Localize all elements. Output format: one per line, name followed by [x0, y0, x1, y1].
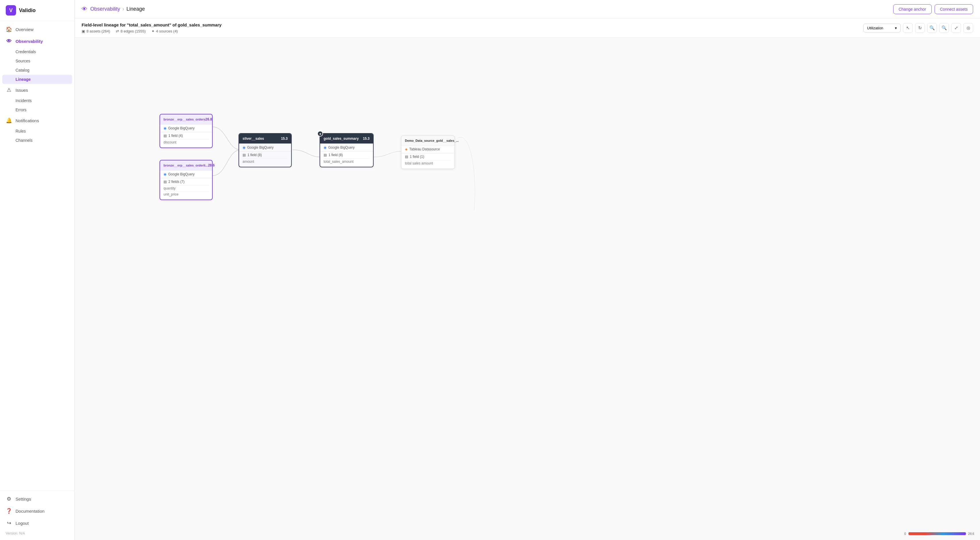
sidebar-item-rules[interactable]: Rules	[0, 126, 75, 136]
app-name: Validio	[19, 8, 36, 14]
node2-source: ◉ Google BigQuery	[160, 170, 212, 178]
node1-fields-count: 1 field (4)	[169, 134, 183, 138]
breadcrumb: Observability › Lineage	[90, 6, 145, 12]
app-logo[interactable]: V Validio	[0, 0, 75, 21]
lineage-controls: Utilization ▾ ↖ ↻ 🔍 🔍 ⤢ ◎	[863, 23, 973, 33]
lineage-canvas[interactable]: bronze__erp__sales_orders 26.8 ◉ Google …	[75, 38, 980, 540]
zoom-in-button[interactable]: 🔍	[927, 23, 937, 33]
sidebar-item-observability[interactable]: 👁 Observability	[0, 35, 75, 47]
edges-count: 8 edges (1555)	[121, 29, 145, 33]
field-quantity: quantity	[164, 185, 208, 191]
node-gold-sales-summary[interactable]: ◉ gold_sales_summary 15.3 ◉ Google BigQu…	[320, 133, 374, 167]
sidebar-item-logout[interactable]: ↪ Logout	[0, 517, 75, 529]
lineage-info: Field-level lineage for "total_sales_amo…	[82, 22, 221, 33]
color-bar: 0 28.6	[904, 532, 974, 535]
help-icon: ❓	[6, 508, 12, 514]
sidebar-label-overview: Overview	[16, 27, 33, 32]
breadcrumb-separator: ›	[123, 6, 124, 12]
assets-count: 8 assets (264)	[86, 29, 110, 33]
bell-icon: 🔔	[6, 117, 12, 124]
settings-label: Settings	[16, 497, 31, 502]
sidebar-item-channels[interactable]: Channels	[0, 136, 75, 145]
edges-meta: ⇄ 8 edges (1555)	[116, 29, 145, 33]
logout-label: Logout	[16, 521, 29, 526]
sidebar-item-documentation[interactable]: ❓ Documentation	[0, 505, 75, 517]
node1-field-list: discount	[160, 139, 212, 148]
bigquery-icon-2: ◉	[164, 172, 166, 176]
sidebar-item-issues[interactable]: ⚠ Issues	[0, 84, 75, 96]
sidebar-item-settings[interactable]: ⚙ Settings	[0, 493, 75, 505]
fields-icon-2: ▤	[164, 180, 167, 184]
home-icon: 🏠	[6, 26, 12, 32]
sources-meta: ✦ 4 sources (4)	[151, 29, 178, 33]
node2-source-label: Google BigQuery	[168, 172, 194, 176]
sidebar-item-overview[interactable]: 🏠 Overview	[0, 23, 75, 35]
node-bronze-sales-orders[interactable]: bronze__erp__sales_orders 26.8 ◉ Google …	[159, 114, 213, 148]
bigquery-icon-1: ◉	[164, 126, 166, 130]
errors-label: Errors	[16, 108, 26, 112]
node3-field-list: amount	[239, 158, 291, 167]
field-unit-price: unit_price	[164, 191, 208, 197]
field-total-sales-amount-tableau: total sales amount	[405, 160, 451, 166]
fields-icon-5: ▤	[405, 155, 408, 159]
rules-label: Rules	[16, 129, 26, 134]
canvas-inner: bronze__erp__sales_orders 26.8 ◉ Google …	[75, 38, 980, 540]
node5-source-label: Tableau Datasource	[409, 147, 440, 151]
center-button[interactable]: ◎	[963, 23, 973, 33]
node3-title: silver__sales	[243, 137, 264, 140]
refresh-button[interactable]: ↻	[915, 23, 925, 33]
node3-source-label: Google BigQuery	[247, 145, 274, 150]
sidebar-item-catalog[interactable]: Catalog	[0, 65, 75, 75]
sidebar-item-lineage[interactable]: Lineage	[2, 75, 72, 84]
sidebar-item-errors[interactable]: Errors	[0, 105, 75, 115]
node-demo-datasource[interactable]: Demo_Data_source_gold__sales_... ◈ Table…	[401, 135, 455, 169]
utilization-dropdown[interactable]: Utilization ▾	[863, 24, 901, 32]
node-silver-sales[interactable]: silver__sales 15.3 ◉ Google BigQuery ▤ 1…	[239, 133, 292, 167]
breadcrumb-lineage: Lineage	[126, 6, 145, 12]
refresh-icon: ↻	[918, 25, 922, 30]
topbar: 👁 Observability › Lineage Change anchor …	[75, 0, 980, 18]
node4-title: gold_sales_summary	[324, 137, 359, 140]
node3-source: ◉ Google BigQuery	[239, 144, 291, 151]
node2-field-list: quantity unit_price	[160, 185, 212, 199]
node2-score: 28.6	[208, 163, 215, 167]
node1-fields: ▤ 1 field (4)	[160, 132, 212, 139]
topbar-right: Change anchor Connect assets	[893, 4, 973, 14]
breadcrumb-observability[interactable]: Observability	[90, 6, 120, 12]
bigquery-icon-3: ◉	[243, 145, 245, 150]
node4-source-label: Google BigQuery	[328, 145, 355, 150]
credentials-label: Credentials	[16, 49, 36, 54]
sidebar-label-notifications: Notifications	[16, 118, 39, 123]
fields-icon-3: ▤	[243, 153, 246, 157]
node5-fields: ▤ 1 field (1)	[401, 153, 454, 160]
sidebar-label-issues: Issues	[16, 88, 28, 92]
chevron-down-icon: ▾	[895, 26, 897, 30]
sidebar-item-incidents[interactable]: Incidents	[0, 96, 75, 105]
main-content: 👁 Observability › Lineage Change anchor …	[75, 0, 980, 540]
node-bronze-sales-orderli[interactable]: bronze__erp__sales_orderli... 28.6 ◉ Goo…	[159, 160, 213, 200]
tableau-icon: ◈	[405, 147, 407, 151]
node3-fields: ▤ 1 field (8)	[239, 151, 291, 158]
sidebar-bottom: ⚙ Settings ❓ Documentation ↪ Logout Vers…	[0, 490, 75, 540]
lineage-meta: ▣ 8 assets (264) ⇄ 8 edges (1555) ✦ 4 so…	[82, 29, 221, 33]
change-anchor-button[interactable]: Change anchor	[893, 4, 932, 14]
sources-count: 4 sources (4)	[156, 29, 178, 33]
fit-view-button[interactable]: ⤢	[951, 23, 961, 33]
cursor-tool-button[interactable]: ↖	[903, 23, 913, 33]
edges-icon: ⇄	[116, 29, 119, 33]
zoom-in-icon: 🔍	[929, 25, 935, 30]
connect-assets-button[interactable]: Connect assets	[935, 4, 974, 14]
zoom-out-button[interactable]: 🔍	[939, 23, 949, 33]
sidebar-item-notifications[interactable]: 🔔 Notifications	[0, 115, 75, 126]
center-icon: ◎	[966, 25, 970, 30]
node1-source-label: Google BigQuery	[168, 126, 194, 130]
anchor-dot: ◉	[317, 131, 323, 137]
sidebar-item-credentials[interactable]: Credentials	[0, 47, 75, 56]
dropdown-label: Utilization	[867, 26, 883, 30]
sidebar-item-sources[interactable]: Sources	[0, 56, 75, 65]
lineage-header: Field-level lineage for "total_sales_amo…	[75, 18, 980, 38]
node4-source: ◉ Google BigQuery	[320, 144, 373, 151]
node5-field-list: total sales amount	[401, 160, 454, 169]
channels-label: Channels	[16, 138, 32, 143]
node1-score: 26.8	[205, 117, 212, 121]
